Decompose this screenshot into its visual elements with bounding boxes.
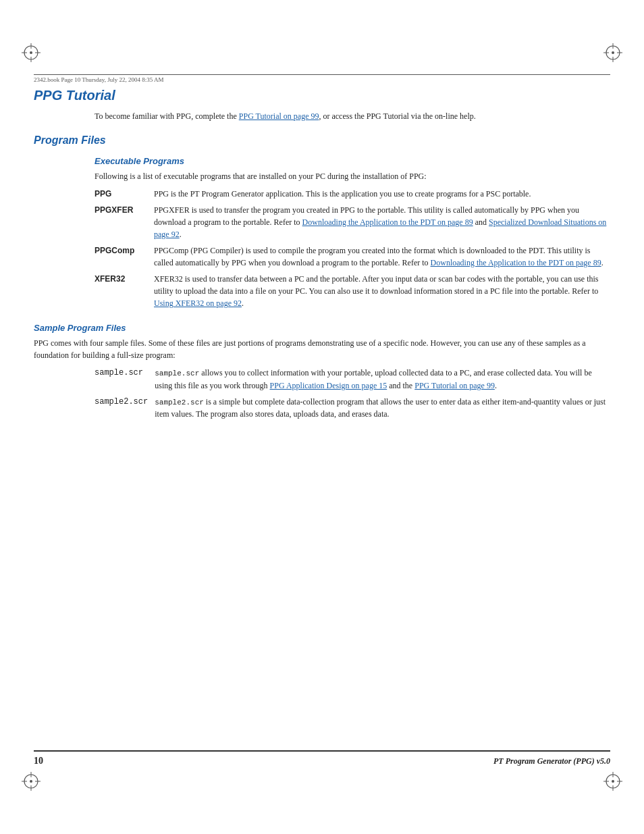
sample-scr-desc: sample.scr allows you to collect informa… bbox=[155, 367, 610, 396]
sample-scr-link1[interactable]: PPG Application Design on page 15 bbox=[270, 381, 387, 390]
ppgxfer-term: PPGXFER bbox=[95, 204, 154, 244]
corner-mark-tr bbox=[601, 41, 625, 65]
footer-title: PT Program Generator (PPG) v5.0 bbox=[493, 756, 610, 766]
sample2-scr-term: sample2.scr bbox=[95, 396, 155, 425]
corner-mark-tl bbox=[19, 41, 43, 65]
executable-programs-heading: Executable Programs bbox=[95, 156, 610, 166]
ppgcomp-desc: PPGComp (PPG Compiler) is used to compil… bbox=[154, 244, 610, 273]
sample2-scr-mono-label: sample2.scr bbox=[155, 398, 204, 407]
table-row: XFER32 XFER32 is used to transfer data b… bbox=[95, 273, 610, 313]
sample-scr-link2[interactable]: PPG Tutorial on page 99 bbox=[414, 381, 495, 390]
xfer32-term: XFER32 bbox=[95, 273, 154, 313]
ppg-tutorial-intro-text: To become familiar with PPG, complete th… bbox=[95, 111, 239, 121]
ppgxfer-desc: PPGXFER is used to transfer the program … bbox=[154, 204, 610, 244]
svg-point-1 bbox=[30, 51, 32, 54]
xfer32-link1[interactable]: Using XFER32 on page 92 bbox=[154, 298, 242, 308]
table-row: PPGComp PPGComp (PPG Compiler) is used t… bbox=[95, 244, 610, 273]
program-files-section: Program Files Executable Programs Follow… bbox=[34, 134, 610, 424]
main-content: PPG Tutorial To become familiar with PPG… bbox=[34, 88, 610, 746]
ppg-tutorial-heading: PPG Tutorial bbox=[34, 88, 610, 103]
header-bar: 2342.book Page 10 Thursday, July 22, 200… bbox=[34, 74, 610, 83]
ppg-tutorial-intro2: , or access the PPG Tutorial via the on-… bbox=[319, 111, 475, 121]
sample-programs-list: sample.scr sample.scr allows you to coll… bbox=[95, 367, 610, 424]
ppg-desc: PPG is the PT Program Generator applicat… bbox=[154, 188, 610, 204]
svg-point-7 bbox=[612, 51, 614, 54]
executable-programs-subsection: Executable Programs Following is a list … bbox=[34, 156, 610, 313]
xfer32-desc: XFER32 is used to transfer data between … bbox=[154, 273, 610, 313]
table-row: PPG PPG is the PT Program Generator appl… bbox=[95, 188, 610, 204]
ppgcomp-link1[interactable]: Downloading the Application to the PDT o… bbox=[431, 258, 601, 267]
ppgcomp-term: PPGComp bbox=[95, 244, 154, 273]
header-file-info: 2342.book Page 10 Thursday, July 22, 200… bbox=[34, 76, 164, 83]
sample-scr-mono-label: sample.scr bbox=[155, 369, 199, 377]
svg-point-13 bbox=[30, 780, 32, 783]
table-row: sample.scr sample.scr allows you to coll… bbox=[95, 367, 610, 396]
sample2-scr-desc: sample2.scr is a simple but complete dat… bbox=[155, 396, 610, 425]
ppg-term: PPG bbox=[95, 188, 154, 204]
svg-point-19 bbox=[612, 780, 614, 783]
sample-programs-table: sample.scr sample.scr allows you to coll… bbox=[95, 367, 610, 424]
programs-table: PPG PPG is the PT Program Generator appl… bbox=[95, 188, 610, 313]
corner-mark-bl bbox=[19, 769, 43, 793]
executable-programs-list: PPG PPG is the PT Program Generator appl… bbox=[95, 188, 610, 313]
sample-program-files-heading: Sample Program Files bbox=[34, 323, 610, 333]
program-files-heading: Program Files bbox=[34, 134, 610, 147]
table-row: sample2.scr sample2.scr is a simple but … bbox=[95, 396, 610, 425]
sample-scr-term: sample.scr bbox=[95, 367, 155, 396]
ppg-tutorial-link[interactable]: PPG Tutorial on page 99 bbox=[239, 111, 319, 121]
footer-bar: 10 PT Program Generator (PPG) v5.0 bbox=[34, 750, 610, 766]
sample-program-files-subsection: Sample Program Files PPG comes with four… bbox=[34, 323, 610, 424]
executable-programs-intro: Following is a list of executable progra… bbox=[95, 170, 610, 182]
ppg-tutorial-intro: To become familiar with PPG, complete th… bbox=[95, 110, 610, 122]
corner-mark-br bbox=[601, 769, 625, 793]
sample-program-files-intro: PPG comes with four sample files. Some o… bbox=[34, 337, 610, 361]
ppgxfer-link1[interactable]: Downloading the Application to the PDT o… bbox=[302, 217, 473, 227]
footer-page-number: 10 bbox=[34, 756, 43, 766]
ppg-tutorial-section: PPG Tutorial To become familiar with PPG… bbox=[34, 88, 610, 122]
table-row: PPGXFER PPGXFER is used to transfer the … bbox=[95, 204, 610, 244]
